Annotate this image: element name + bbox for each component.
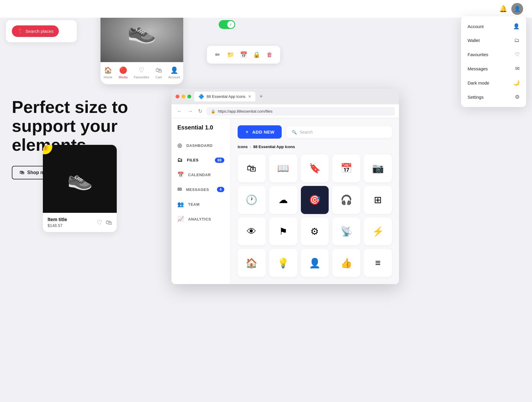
new-tab-button[interactable]: +	[257, 93, 265, 101]
dropdown-item-icon: 🗂	[514, 37, 520, 43]
url-text: https://app.88essential.com/files	[218, 109, 273, 114]
refresh-button[interactable]: ↻	[197, 107, 204, 116]
lock-icon[interactable]: 🔒	[251, 49, 262, 61]
maximize-dot[interactable]	[187, 95, 191, 98]
icon-cell-6[interactable]: ☁	[269, 186, 297, 214]
dropdown-item-messages[interactable]: Messages✉	[461, 61, 526, 76]
mobile-nav-icon: 👤	[170, 67, 178, 74]
folder-icon[interactable]: 📁	[225, 49, 236, 61]
sidebar-item-dashboard[interactable]: ◎DASHBOARD	[171, 138, 230, 153]
icon-cell-18[interactable]: 👍	[332, 249, 360, 277]
icon-cell-15[interactable]: 🏠	[238, 249, 266, 277]
dropdown-item-settings[interactable]: Settings⚙	[461, 90, 526, 104]
dropdown-menu: Account👤Wallet🗂Favourites♡Messages✉Dark …	[461, 16, 526, 107]
browser-tab[interactable]: 🔷 88 Essential App Icons ✕	[194, 92, 255, 101]
sidebar-items: ◎DASHBOARD🗂FILES88📅CALENDAR✉MESSAGES4👥TE…	[171, 138, 230, 226]
add-new-button[interactable]: ＋ ADD NEW	[238, 125, 282, 139]
icon-cell-4[interactable]: 📷	[364, 154, 392, 182]
app-content: Essential 1.0 ◎DASHBOARD🗂FILES88📅CALENDA…	[171, 118, 399, 284]
close-dot[interactable]	[176, 95, 179, 98]
icon-cell-16[interactable]: 💡	[269, 249, 297, 277]
mobile-nav-icon: ♡	[139, 67, 145, 74]
tab-close-icon[interactable]: ✕	[248, 94, 251, 99]
search-places-button[interactable]: 📍 Search places	[12, 25, 59, 37]
lock-icon: 🔒	[211, 109, 215, 114]
dropdown-item-favourites[interactable]: Favourites♡	[461, 47, 526, 61]
sidebar-item-team[interactable]: 👥TEAM	[171, 197, 230, 212]
plus-icon: ＋	[245, 129, 249, 135]
sidebar-item-icon: ◎	[177, 142, 182, 149]
icon-cell-11[interactable]: ⚑	[269, 218, 297, 246]
cart-icon[interactable]: 🛍	[106, 219, 112, 226]
icon-cell-13[interactable]: 📡	[332, 218, 360, 246]
breadcrumb-root: icons	[238, 145, 248, 149]
sidebar-item-analytics[interactable]: 📈ANALYTICS	[171, 212, 230, 226]
forward-button[interactable]: →	[186, 107, 194, 116]
trash-icon[interactable]: 🗑	[264, 49, 275, 61]
sidebar-item-label: ANALYTICS	[188, 217, 211, 221]
mobile-nav-item-home[interactable]: 🏠Home	[104, 67, 112, 79]
icon-cell-14[interactable]: ⚡	[364, 218, 392, 246]
mobile-nav-label: Account	[168, 75, 180, 79]
tab-label: 88 Essential App Icons	[207, 94, 246, 99]
icon-cell-17[interactable]: 👤	[301, 249, 329, 277]
dropdown-item-wallet[interactable]: Wallet🗂	[461, 33, 526, 47]
breadcrumb: icons › 88 Essential App Icons	[238, 145, 392, 149]
mobile-nav-label: Home	[104, 75, 112, 79]
sidebar-item-calendar[interactable]: 📅CALENDAR	[171, 167, 230, 182]
dropdown-item-icon: ⚙	[515, 94, 520, 100]
dropdown-item-label: Dark mode	[468, 80, 489, 85]
favorite-icon[interactable]: ♡	[97, 219, 103, 226]
icon-cell-10[interactable]: 👁	[238, 218, 266, 246]
mobile-nav-label: Media	[119, 75, 128, 79]
dropdown-item-label: Favourites	[468, 52, 488, 57]
search-bar[interactable]: 🔍 Search	[286, 126, 392, 138]
sidebar-item-messages[interactable]: ✉MESSAGES4	[171, 182, 230, 197]
sidebar-badge: 88	[215, 158, 224, 163]
mobile-nav-item-account[interactable]: 👤Account	[168, 67, 180, 79]
sidebar-item-files[interactable]: 🗂FILES88	[171, 153, 230, 167]
icon-cell-8[interactable]: 🎧	[332, 186, 360, 214]
icon-cell-2[interactable]: 🔖	[301, 154, 329, 182]
browser-tab-bar: 🔷 88 Essential App Icons ✕ +	[194, 92, 395, 101]
icon-cell-5[interactable]: 🕐	[238, 186, 266, 214]
mobile-nav-item-media[interactable]: 🔴Media	[119, 67, 128, 79]
dropdown-item-icon: 🌙	[513, 80, 520, 86]
calendar-icon[interactable]: 📅	[238, 49, 249, 61]
sidebar-item-label: DASHBOARD	[186, 143, 213, 148]
mobile-nav-item-favourites[interactable]: ♡Favourites	[134, 67, 149, 79]
dropdown-item-dark mode[interactable]: Dark mode🌙	[461, 76, 526, 90]
back-button[interactable]: ←	[176, 107, 183, 116]
sidebar-item-label: MESSAGES	[186, 187, 209, 192]
icon-cell-9[interactable]: ⊞	[364, 186, 392, 214]
search-places-widget: 📍 Search places	[6, 20, 77, 42]
tab-app-icon: 🔷	[198, 94, 204, 99]
browser-window: 🔷 88 Essential App Icons ✕ + ← → ↻ 🔒 htt…	[171, 89, 399, 284]
search-places-label: Search places	[25, 29, 53, 34]
icon-toolbar: ✏📁📅🔒🗑	[207, 46, 280, 64]
location-icon: 📍	[17, 28, 23, 34]
search-placeholder: Search	[300, 130, 313, 134]
top-bar: 🔔 👤	[0, 0, 532, 18]
icon-cell-1[interactable]: 📖	[269, 154, 297, 182]
icon-cell-0[interactable]: 🛍	[238, 154, 266, 182]
icon-cell-3[interactable]: 📅	[332, 154, 360, 182]
icon-cell-19[interactable]: ≡	[364, 249, 392, 277]
shop-icon: 🛍	[20, 170, 24, 175]
sidebar-brand: Essential 1.0	[171, 124, 230, 138]
minimize-dot[interactable]	[181, 95, 185, 98]
dropdown-item-account[interactable]: Account👤	[461, 19, 526, 33]
breadcrumb-current: 88 Essential App Icons	[253, 145, 295, 149]
toggle-switch[interactable]: ✓	[219, 20, 235, 29]
edit-icon[interactable]: ✏	[212, 49, 223, 61]
mobile-nav-item-cart[interactable]: 🛍Cart	[155, 67, 162, 79]
sidebar-item-icon: 👥	[177, 201, 184, 208]
bell-icon[interactable]: 🔔	[499, 5, 507, 13]
avatar[interactable]: 👤	[511, 3, 523, 15]
mobile-nav-icon: 🛍	[155, 67, 162, 74]
url-field[interactable]: 🔒 https://app.88essential.com/files	[207, 107, 395, 116]
icon-cell-7[interactable]: 🎯	[301, 186, 329, 214]
product-actions: ♡ 🛍	[97, 219, 112, 226]
icon-cell-12[interactable]: ⚙	[301, 218, 329, 246]
toggle-knob: ✓	[227, 21, 234, 28]
